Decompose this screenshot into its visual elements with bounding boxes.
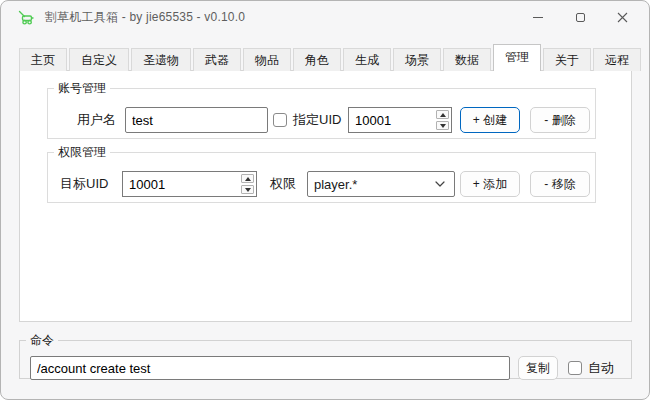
- add-permission-button[interactable]: + 添加: [460, 171, 520, 197]
- mower-icon: [17, 8, 35, 26]
- target-uid-spin-buttons: [239, 172, 256, 196]
- auto-label[interactable]: 自动: [588, 356, 614, 380]
- minimize-icon: [533, 17, 543, 18]
- uid-input[interactable]: [349, 108, 434, 132]
- command-group: 命令 复制 自动: [19, 332, 632, 379]
- tab-manage[interactable]: 管理: [493, 44, 541, 71]
- permission-label: 权限: [270, 171, 296, 197]
- tab-remote[interactable]: 远程: [593, 48, 641, 71]
- maximize-button[interactable]: [559, 1, 601, 33]
- window-controls: [517, 1, 643, 33]
- spin-up-button[interactable]: [241, 174, 254, 183]
- target-uid-label: 目标UID: [60, 171, 108, 197]
- uid-spin-buttons: [434, 108, 451, 132]
- auto-checkbox[interactable]: [568, 361, 582, 375]
- account-group-title: 账号管理: [54, 80, 110, 97]
- target-uid-input[interactable]: [123, 172, 239, 196]
- command-input[interactable]: [30, 356, 510, 380]
- close-button[interactable]: [601, 1, 643, 33]
- spin-up-button[interactable]: [436, 110, 449, 119]
- uid-spinner: [348, 107, 452, 133]
- copy-command-button[interactable]: 复制: [518, 356, 558, 380]
- tab-data[interactable]: 数据: [443, 48, 491, 71]
- username-label: 用户名: [77, 107, 116, 133]
- permission-management-group: 权限管理 目标UID 权限 player.* + 添加 - 移除: [47, 144, 596, 203]
- tab-avatars[interactable]: 角色: [293, 48, 341, 71]
- close-icon: [617, 12, 628, 23]
- spin-down-icon: [245, 188, 251, 192]
- chevron-down-icon: [435, 181, 445, 187]
- spin-down-button[interactable]: [436, 121, 449, 130]
- window-title: 割草机工具箱 - by jie65535 - v0.10.0: [45, 9, 245, 26]
- command-group-title: 命令: [26, 332, 58, 349]
- specify-uid-label[interactable]: 指定UID: [293, 107, 341, 133]
- spin-down-button[interactable]: [241, 185, 254, 194]
- tab-scene[interactable]: 场景: [393, 48, 441, 71]
- tab-weapons[interactable]: 武器: [193, 48, 241, 71]
- tab-home[interactable]: 主页: [19, 48, 67, 71]
- create-account-button[interactable]: + 创建: [460, 107, 520, 133]
- titlebar: 割草机工具箱 - by jie65535 - v0.10.0: [1, 1, 649, 33]
- account-management-group: 账号管理 用户名 指定UID + 创建 - 删除: [47, 80, 596, 139]
- spin-up-icon: [440, 113, 446, 117]
- spin-up-icon: [245, 177, 251, 181]
- delete-account-button[interactable]: - 删除: [530, 107, 590, 133]
- tab-custom[interactable]: 自定义: [69, 48, 129, 71]
- tab-spawn[interactable]: 生成: [343, 48, 391, 71]
- spin-down-icon: [440, 124, 446, 128]
- tab-bar: 主页 自定义 圣遗物 武器 物品 角色 生成 场景 数据 管理 关于 远程: [19, 44, 643, 71]
- maximize-icon: [576, 13, 585, 22]
- permission-dropdown[interactable]: player.*: [307, 171, 455, 197]
- minimize-button[interactable]: [517, 1, 559, 33]
- tab-about[interactable]: 关于: [543, 48, 591, 71]
- app-window: 割草机工具箱 - by jie65535 - v0.10.0 主页 自定义 圣遗…: [0, 0, 650, 400]
- permission-group-title: 权限管理: [54, 144, 110, 161]
- tab-artifacts[interactable]: 圣遗物: [131, 48, 191, 71]
- username-input[interactable]: [125, 107, 268, 133]
- specify-uid-checkbox[interactable]: [273, 113, 287, 127]
- permission-selected-value: player.*: [314, 177, 357, 192]
- remove-permission-button[interactable]: - 移除: [530, 171, 590, 197]
- target-uid-spinner: [122, 171, 257, 197]
- tab-items[interactable]: 物品: [243, 48, 291, 71]
